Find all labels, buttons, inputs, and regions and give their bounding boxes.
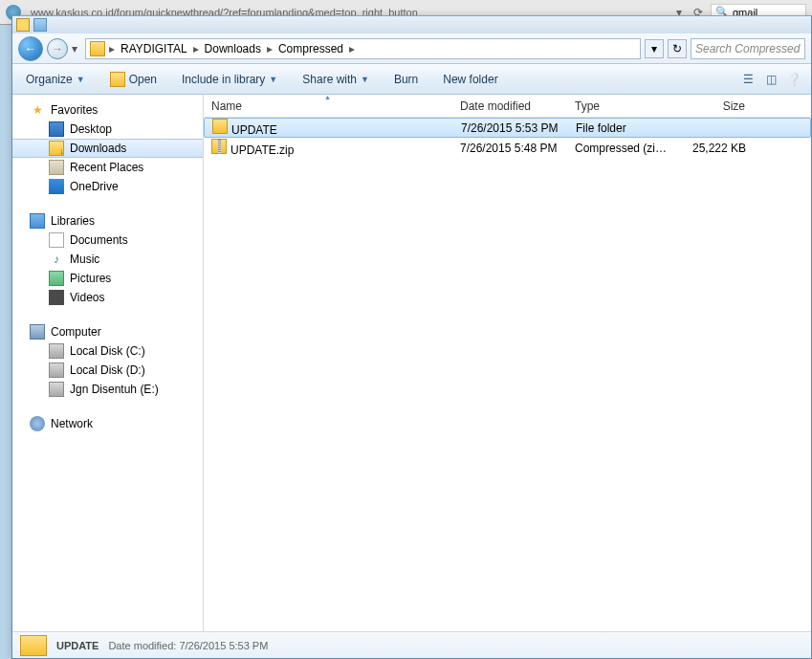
column-type[interactable]: Type xyxy=(567,95,677,117)
body: ★Favorites Desktop Downloads Recent Plac… xyxy=(12,95,811,631)
status-sub: Date modified: 7/26/2015 5:53 PM xyxy=(108,640,268,651)
disk-icon xyxy=(49,382,64,397)
sidebar-item-disk-c[interactable]: Local Disk (C:) xyxy=(12,341,203,361)
chevron-right-icon[interactable]: ▸ xyxy=(265,42,274,55)
sidebar-item-label: Music xyxy=(70,253,99,266)
chevron-down-icon: ▼ xyxy=(269,75,277,84)
file-type: Compressed (zipp... xyxy=(567,142,677,155)
sidebar-item-label: Pictures xyxy=(70,272,111,285)
breadcrumb-compressed[interactable]: Compressed xyxy=(274,40,347,57)
documents-icon xyxy=(49,232,64,248)
file-date: 7/26/2015 5:48 PM xyxy=(452,142,567,155)
help-icon[interactable]: ❔ xyxy=(784,70,803,89)
column-date[interactable]: Date modified xyxy=(452,95,567,117)
sidebar-computer[interactable]: Computer xyxy=(12,322,203,341)
column-name[interactable]: Name xyxy=(204,95,452,117)
downloads-icon xyxy=(49,141,64,156)
file-list: UPDATE 7/26/2015 5:53 PM File folder UPD… xyxy=(204,118,811,631)
file-name: UPDATE.zip xyxy=(230,143,294,157)
view-options-icon[interactable]: ☰ xyxy=(738,70,757,89)
pictures-icon xyxy=(49,271,64,286)
search-input[interactable]: Search Compressed xyxy=(691,38,805,59)
column-size[interactable]: Size xyxy=(677,95,754,117)
sidebar-item-disk-e[interactable]: Jgn Disentuh (E:) xyxy=(12,380,203,399)
explorer-window: ← → ▾ ▸ RAYDIGITAL ▸ Downloads ▸ Compres… xyxy=(11,15,812,659)
back-button[interactable]: ← xyxy=(18,36,43,61)
disk-icon xyxy=(49,362,64,378)
sidebar-item-label: Favorites xyxy=(51,103,98,117)
folder-icon xyxy=(33,18,47,32)
sidebar-item-label: Computer xyxy=(51,325,101,339)
file-size: 25,222 KB xyxy=(677,142,754,155)
folder-icon xyxy=(16,18,30,32)
newfolder-label: New folder xyxy=(443,73,497,86)
window-titlebar[interactable] xyxy=(12,16,811,33)
sidebar-favorites-group: ★Favorites Desktop Downloads Recent Plac… xyxy=(12,100,203,196)
refresh-dropdown[interactable]: ▾ xyxy=(645,39,664,58)
chevron-right-icon[interactable]: ▸ xyxy=(347,42,357,55)
sidebar-item-pictures[interactable]: Pictures xyxy=(12,269,203,288)
chevron-down-icon: ▼ xyxy=(77,75,85,84)
sidebar-network[interactable]: Network xyxy=(12,414,203,433)
zip-icon xyxy=(211,139,227,154)
search-placeholder: Search Compressed xyxy=(695,42,800,55)
sidebar-item-downloads[interactable]: Downloads xyxy=(12,139,203,158)
chevron-down-icon: ▼ xyxy=(361,75,369,84)
organize-button[interactable]: Organize ▼ xyxy=(20,69,91,90)
toolbar: Organize ▼ Open Include in library ▼ Sha… xyxy=(12,64,811,95)
desktop-icon xyxy=(49,121,64,137)
refresh-button[interactable]: ↻ xyxy=(668,39,687,58)
sidebar-item-label: Jgn Disentuh (E:) xyxy=(70,383,159,396)
sidebar-item-label: Downloads xyxy=(70,142,126,155)
sidebar-item-label: Network xyxy=(51,417,93,430)
forward-button[interactable]: → xyxy=(47,38,68,59)
file-type: File folder xyxy=(568,121,678,135)
open-button[interactable]: Open xyxy=(104,68,163,91)
chevron-right-icon[interactable]: ▸ xyxy=(191,42,201,55)
sidebar-item-documents[interactable]: Documents xyxy=(12,231,203,250)
organize-label: Organize xyxy=(26,73,73,86)
nav-bar: ← → ▾ ▸ RAYDIGITAL ▸ Downloads ▸ Compres… xyxy=(12,33,811,64)
sidebar-item-label: Libraries xyxy=(51,214,95,228)
sidebar-item-onedrive[interactable]: OneDrive xyxy=(12,177,203,196)
folder-icon xyxy=(20,635,47,656)
sidebar-item-disk-d[interactable]: Local Disk (D:) xyxy=(12,361,203,380)
onedrive-icon xyxy=(49,179,64,194)
libraries-icon xyxy=(30,213,45,229)
folder-icon xyxy=(90,41,105,56)
status-name: UPDATE xyxy=(56,640,99,651)
sidebar-item-desktop[interactable]: Desktop xyxy=(12,120,203,139)
preview-pane-icon[interactable]: ◫ xyxy=(761,70,780,89)
sidebar-network-group: Network xyxy=(12,414,203,433)
sidebar-item-recent-places[interactable]: Recent Places xyxy=(12,158,203,177)
file-row-update-zip[interactable]: UPDATE.zip 7/26/2015 5:48 PM Compressed … xyxy=(204,138,811,158)
sidebar-item-label: Documents xyxy=(70,233,128,247)
sidebar-item-label: Local Disk (C:) xyxy=(70,344,145,358)
open-label: Open xyxy=(129,73,157,86)
column-headers: Name Date modified Type Size xyxy=(204,95,811,118)
share-with-button[interactable]: Share with ▼ xyxy=(296,69,375,90)
file-row-update-folder[interactable]: UPDATE 7/26/2015 5:53 PM File folder xyxy=(204,118,811,138)
file-area: Name Date modified Type Size UPDATE 7/26… xyxy=(204,95,811,631)
burn-label: Burn xyxy=(394,73,418,86)
sidebar-item-label: Desktop xyxy=(70,122,112,136)
burn-button[interactable]: Burn xyxy=(388,69,424,90)
sidebar-libraries-group: Libraries Documents ♪Music Pictures Vide… xyxy=(12,211,203,307)
breadcrumb-downloads[interactable]: Downloads xyxy=(201,40,265,57)
folder-open-icon xyxy=(110,72,125,87)
sidebar-favorites[interactable]: ★Favorites xyxy=(12,100,203,120)
sidebar-item-videos[interactable]: Videos xyxy=(12,288,203,307)
sidebar-libraries[interactable]: Libraries xyxy=(12,211,203,231)
chevron-right-icon[interactable]: ▸ xyxy=(107,42,117,55)
breadcrumb[interactable]: ▸ RAYDIGITAL ▸ Downloads ▸ Compressed ▸ xyxy=(85,38,641,59)
star-icon: ★ xyxy=(30,102,45,118)
sidebar-item-music[interactable]: ♪Music xyxy=(12,250,203,269)
history-dropdown-icon[interactable]: ▾ xyxy=(72,42,81,55)
include-library-button[interactable]: Include in library ▼ xyxy=(176,69,283,90)
videos-icon xyxy=(49,290,64,305)
music-icon: ♪ xyxy=(49,252,64,267)
sidebar-computer-group: Computer Local Disk (C:) Local Disk (D:)… xyxy=(12,322,203,399)
sidebar-item-label: Recent Places xyxy=(70,161,143,174)
breadcrumb-raydigital[interactable]: RAYDIGITAL xyxy=(117,40,191,57)
new-folder-button[interactable]: New folder xyxy=(437,69,503,90)
